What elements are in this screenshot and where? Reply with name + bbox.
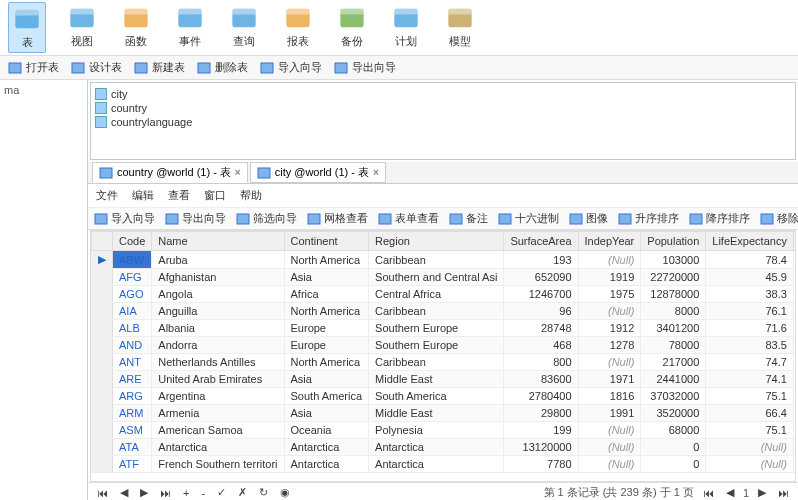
cell[interactable]: South America <box>284 388 369 405</box>
cell[interactable]: 38.3 <box>706 286 794 303</box>
cell[interactable]: 103000 <box>641 251 706 269</box>
grid-tool[interactable]: 表单查看 <box>378 211 439 226</box>
cell[interactable]: French Southern territori <box>152 456 284 473</box>
nav-cancel[interactable]: ✗ <box>235 486 250 499</box>
toolbar-model[interactable]: 模型 <box>442 2 478 53</box>
object-item[interactable]: city <box>95 87 791 101</box>
cell[interactable]: 468 <box>504 337 578 354</box>
grid-tool[interactable]: 降序排序 <box>689 211 750 226</box>
menu-item[interactable]: 文件 <box>96 188 118 203</box>
cell[interactable]: Caribbean <box>369 354 504 371</box>
page-last[interactable]: ⏭ <box>775 487 792 499</box>
cell[interactable]: North America <box>284 251 369 269</box>
cell[interactable]: 45.9 <box>706 269 794 286</box>
sub-item[interactable]: 导出向导 <box>334 60 396 75</box>
cell[interactable]: Caribbean <box>369 251 504 269</box>
cell[interactable]: 0 <box>641 439 706 456</box>
grid-tool[interactable]: 网格查看 <box>307 211 368 226</box>
cell[interactable]: 1975 <box>578 286 641 303</box>
toolbar-report[interactable]: 报表 <box>280 2 316 53</box>
nav-delete[interactable]: - <box>198 487 208 499</box>
cell[interactable]: Asia <box>284 405 369 422</box>
cell[interactable]: 83.5 <box>706 337 794 354</box>
close-icon[interactable]: × <box>373 167 379 178</box>
toolbar-schedule[interactable]: 计划 <box>388 2 424 53</box>
cell[interactable]: AND <box>113 337 152 354</box>
nav-stop[interactable]: ◉ <box>277 486 293 499</box>
menu-item[interactable]: 查看 <box>168 188 190 203</box>
cell[interactable]: Southern and Central Asi <box>369 269 504 286</box>
grid-tool[interactable]: 图像 <box>569 211 608 226</box>
cell[interactable]: Antarctica <box>369 439 504 456</box>
menu-item[interactable]: 编辑 <box>132 188 154 203</box>
nav-add[interactable]: + <box>180 487 192 499</box>
cell[interactable]: 193 <box>504 251 578 269</box>
cell[interactable]: 2441000 <box>641 371 706 388</box>
table-row[interactable]: ANDAndorraEuropeSouthern Europe468127878… <box>92 337 797 354</box>
cell[interactable]: Africa <box>284 286 369 303</box>
sub-item[interactable]: 打开表 <box>8 60 59 75</box>
cell[interactable]: Middle East <box>369 371 504 388</box>
cell[interactable]: ATA <box>113 439 152 456</box>
cell[interactable]: 1816 <box>578 388 641 405</box>
cell[interactable]: 78.4 <box>706 251 794 269</box>
cell[interactable]: 22720000 <box>641 269 706 286</box>
toolbar-view[interactable]: 视图 <box>64 2 100 53</box>
page-first[interactable]: ⏮ <box>700 487 717 499</box>
close-icon[interactable]: × <box>235 167 241 178</box>
cell[interactable]: 0 <box>641 456 706 473</box>
table-row[interactable]: AREUnited Arab EmiratesAsiaMiddle East83… <box>92 371 797 388</box>
cell[interactable]: 74.7 <box>706 354 794 371</box>
cell[interactable]: Oceania <box>284 422 369 439</box>
cell[interactable]: 3520000 <box>641 405 706 422</box>
table-row[interactable]: ATFFrench Southern territoriAntarcticaAn… <box>92 456 797 473</box>
object-item[interactable]: country <box>95 101 791 115</box>
cell[interactable]: 68000 <box>641 422 706 439</box>
toolbar-table[interactable]: 表 <box>8 2 46 53</box>
cell[interactable]: 1278 <box>578 337 641 354</box>
table-row[interactable]: ASMAmerican SamoaOceaniaPolynesia199(Nul… <box>92 422 797 439</box>
table-row[interactable]: ARGArgentinaSouth AmericaSouth America27… <box>92 388 797 405</box>
cell[interactable]: 29800 <box>504 405 578 422</box>
data-grid[interactable]: CodeNameContinentRegionSurfaceAreaIndepY… <box>90 230 796 482</box>
cell[interactable]: (Null) <box>706 439 794 456</box>
cell[interactable]: 1919 <box>578 269 641 286</box>
cell[interactable]: 6 <box>793 286 796 303</box>
nav-first[interactable]: ⏮ <box>94 487 111 499</box>
cell[interactable]: 1 <box>793 422 796 439</box>
column-header[interactable]: LifeExpectancy <box>706 232 794 251</box>
nav-refresh[interactable]: ↻ <box>256 486 271 499</box>
menu-item[interactable]: 帮助 <box>240 188 262 203</box>
cell[interactable]: 37032000 <box>641 388 706 405</box>
cell[interactable]: AIA <box>113 303 152 320</box>
cell[interactable]: 379 <box>793 371 796 388</box>
sub-item[interactable]: 导入向导 <box>260 60 322 75</box>
column-header[interactable]: Population <box>641 232 706 251</box>
cell[interactable]: Armenia <box>152 405 284 422</box>
table-row[interactable]: ALBAlbaniaEuropeSouthern Europe287481912… <box>92 320 797 337</box>
cell[interactable]: AFG <box>113 269 152 286</box>
cell[interactable]: South America <box>369 388 504 405</box>
cell[interactable]: American Samoa <box>152 422 284 439</box>
page-prev[interactable]: ◀ <box>723 486 737 499</box>
column-header[interactable]: SurfaceArea <box>504 232 578 251</box>
cell[interactable]: Central Africa <box>369 286 504 303</box>
cell[interactable]: Antarctica <box>152 439 284 456</box>
cell[interactable]: 199 <box>504 422 578 439</box>
cell[interactable]: 32 <box>793 320 796 337</box>
cell[interactable]: ARE <box>113 371 152 388</box>
cell[interactable]: 652090 <box>504 269 578 286</box>
cell[interactable]: 3402 <box>793 388 796 405</box>
cell[interactable]: ARM <box>113 405 152 422</box>
table-row[interactable]: AIAAnguillaNorth AmericaCaribbean96(Null… <box>92 303 797 320</box>
cell[interactable]: Anguilla <box>152 303 284 320</box>
cell[interactable]: (Null) <box>706 456 794 473</box>
cell[interactable]: ANT <box>113 354 152 371</box>
column-header[interactable]: IndepYear <box>578 232 641 251</box>
cell[interactable]: (Null) <box>578 354 641 371</box>
cell[interactable]: (Null) <box>578 439 641 456</box>
table-row[interactable]: AFGAfghanistanAsiaSouthern and Central A… <box>92 269 797 286</box>
column-header[interactable]: Code <box>113 232 152 251</box>
cell[interactable]: Andorra <box>152 337 284 354</box>
nav-last[interactable]: ⏭ <box>157 487 174 499</box>
